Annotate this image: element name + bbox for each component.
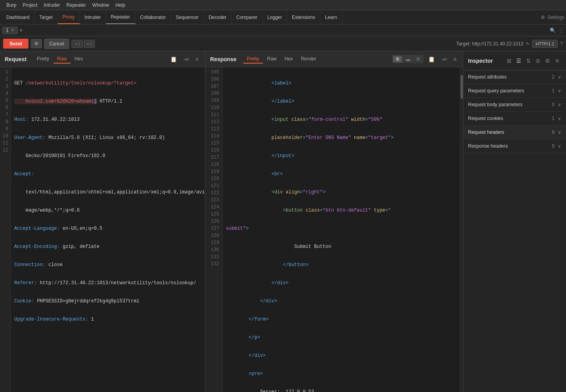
more-options-icon[interactable]: ⋮	[559, 28, 564, 33]
request-code-area[interactable]: 1 2 3 4 5 6 7 8 9 10 11 12 GET /networku…	[0, 67, 205, 392]
inspector-row-cookies[interactable]: Request cookies 1 ∨	[463, 112, 566, 126]
settings-icon: ⚙	[541, 15, 545, 20]
response-panel: Response Pretty Raw Hex Render ⊞ ▬ ⊟ 📋 ⇥…	[205, 51, 463, 392]
inspector-row-query-params[interactable]: Request query parameters 1 ∨	[463, 84, 566, 98]
menu-repeater[interactable]: Repeater	[63, 2, 89, 9]
inspector-count-response-headers: 9	[552, 143, 555, 149]
response-panel-title: Response	[210, 56, 237, 62]
inspector-settings-icon[interactable]: ⚙	[543, 57, 552, 65]
inspector-arrow-request-attributes: ∨	[558, 74, 561, 80]
menu-intruder[interactable]: Intruder	[41, 2, 63, 9]
response-tab-render[interactable]: Render	[297, 55, 320, 64]
request-tab-pretty[interactable]: Pretty	[33, 55, 53, 64]
cancel-button[interactable]: Cancel	[44, 39, 69, 49]
response-wrap-icon[interactable]: ⇥n	[440, 56, 448, 63]
inspector-icon-group: ⊞ ☰ ⇅ ⊘ ⚙ ✕	[505, 57, 561, 65]
inspector-list-icon[interactable]: ☰	[515, 57, 523, 65]
scrollbar-thumb[interactable]	[461, 75, 463, 99]
inspector-label-cookies: Request cookies	[468, 116, 552, 121]
menu-burp[interactable]: Burp	[3, 2, 19, 9]
repeater-tab-1[interactable]: 1 ✕	[2, 27, 18, 34]
repeater-tab-1-close[interactable]: ✕	[11, 28, 14, 32]
menu-project[interactable]: Project	[19, 2, 40, 9]
repeater-tab-1-label: 1	[6, 28, 9, 33]
tab-decoder[interactable]: Decoder	[204, 10, 231, 24]
tab-sequencer[interactable]: Sequencer	[171, 10, 204, 24]
request-copy-icon[interactable]: 📋	[169, 55, 179, 63]
inspector-count-body-params: 0	[552, 102, 555, 107]
tab-dashboard[interactable]: Dashboard	[2, 10, 35, 24]
response-code-content[interactable]: <label> </label> <input class="form-cont…	[223, 67, 463, 392]
edit-target-icon[interactable]: ✎	[526, 41, 530, 47]
repeater-tab-bar: 1 ✕ + 🔍 ⋮	[0, 24, 566, 36]
menu-window[interactable]: Window	[89, 2, 112, 9]
inspector-panel: Inspector ⊞ ☰ ⇅ ⊘ ⚙ ✕ Request attributes…	[463, 51, 566, 392]
inspector-grid-icon[interactable]: ⊞	[505, 57, 513, 65]
tab-comparer[interactable]: Comparer	[231, 10, 262, 24]
http-version-badge[interactable]: HTTP/1.1	[532, 40, 558, 48]
view-toggle: ⊞ ▬ ⊟	[392, 55, 423, 63]
inspector-arrow-query-params: ∨	[558, 88, 561, 94]
request-more-icon[interactable]: ≡	[194, 55, 200, 63]
request-tab-raw[interactable]: Raw	[53, 55, 71, 64]
inspector-count-request-headers: 9	[552, 129, 555, 135]
tab-extensions[interactable]: Extensions	[287, 10, 320, 24]
inspector-header: Inspector ⊞ ☰ ⇅ ⊘ ⚙ ✕	[463, 51, 566, 70]
response-panel-tabs: Pretty Raw Hex Render	[243, 55, 320, 64]
view-split-btn[interactable]: ⊞	[393, 56, 402, 62]
target-label: Target: http://172.31.40.22:1013	[456, 41, 523, 47]
inspector-row-body-params[interactable]: Request body parameters 0 ∨	[463, 98, 566, 112]
tab-learn[interactable]: Learn	[320, 10, 342, 24]
request-panel-tabs: Pretty Raw Hex	[33, 55, 87, 64]
inspector-filter-icon[interactable]: ⊘	[534, 57, 542, 65]
search-icon[interactable]: 🔍	[550, 28, 556, 33]
tab-logger[interactable]: Logger	[263, 10, 287, 24]
response-tab-raw[interactable]: Raw	[263, 55, 280, 64]
inspector-label-request-attributes: Request attributes	[468, 74, 552, 80]
response-tab-pretty[interactable]: Pretty	[243, 55, 263, 64]
inspector-label-response-headers: Response headers	[468, 143, 552, 149]
view-full-btn[interactable]: ⊟	[414, 56, 423, 62]
target-info: Target: http://172.31.40.22:1013 ✎ HTTP/…	[456, 40, 563, 48]
add-repeater-tab[interactable]: +	[19, 27, 23, 34]
request-tab-hex[interactable]: Hex	[71, 55, 87, 64]
inspector-row-request-attributes[interactable]: Request attributes 2 ∨	[463, 70, 566, 84]
inspector-close-icon[interactable]: ✕	[553, 57, 561, 65]
send-button[interactable]: Send	[3, 39, 28, 49]
inspector-arrow-cookies: ∨	[558, 116, 561, 121]
response-scrollbar[interactable]	[460, 67, 463, 392]
request-panel-icons: 📋 ⇥n ≡	[169, 55, 200, 63]
inspector-row-request-headers[interactable]: Request headers 9 ∨	[463, 126, 566, 139]
response-tab-hex[interactable]: Hex	[280, 55, 297, 64]
help-icon[interactable]: ?	[560, 41, 563, 47]
nav-next-button[interactable]: > |	[84, 40, 95, 48]
inspector-title: Inspector	[468, 58, 503, 64]
request-panel-title: Request	[5, 56, 26, 62]
request-panel: Request Pretty Raw Hex 📋 ⇥n ≡ 1 2 3 4	[0, 51, 205, 392]
inspector-arrow-response-headers: ∨	[558, 143, 561, 149]
nav-prev-button[interactable]: < |	[71, 40, 83, 48]
tab-collaborator[interactable]: Collaborator	[135, 10, 171, 24]
request-wrap-icon[interactable]: ⇥n	[182, 56, 190, 63]
main-tab-bar: Dashboard Target Proxy Intruder Repeater…	[0, 10, 566, 24]
tab-target[interactable]: Target	[35, 10, 58, 24]
view-single-btn[interactable]: ▬	[403, 56, 413, 62]
inspector-sort-icon[interactable]: ⇅	[525, 57, 532, 65]
menu-help[interactable]: Help	[112, 2, 128, 9]
response-copy-icon[interactable]: 📋	[427, 55, 436, 63]
request-code-content[interactable]: GET /networkutility/tools/nslookup/?targ…	[11, 67, 205, 392]
tab-proxy[interactable]: Proxy	[58, 10, 80, 24]
inspector-count-query-params: 1	[552, 88, 555, 94]
settings-area: ⚙ Settings	[541, 15, 564, 20]
settings-label[interactable]: Settings	[547, 15, 564, 20]
inspector-row-response-headers[interactable]: Response headers 9 ∨	[463, 139, 566, 153]
response-more-icon[interactable]: ≡	[452, 55, 458, 63]
settings-gear-button[interactable]: ⚙	[31, 39, 42, 48]
tab-intruder[interactable]: Intruder	[80, 10, 106, 24]
inspector-label-request-headers: Request headers	[468, 129, 552, 135]
main-layout: Request Pretty Raw Hex 📋 ⇥n ≡ 1 2 3 4	[0, 51, 566, 392]
response-code-area[interactable]: 105 106 107 108 109 110 111 112 113 11	[205, 67, 463, 392]
tab-bar-actions: 🔍 ⋮	[550, 28, 564, 33]
tab-repeater[interactable]: Repeater	[106, 10, 135, 24]
response-line-numbers: 105 106 107 108 109 110 111 112 113 11	[205, 67, 223, 392]
